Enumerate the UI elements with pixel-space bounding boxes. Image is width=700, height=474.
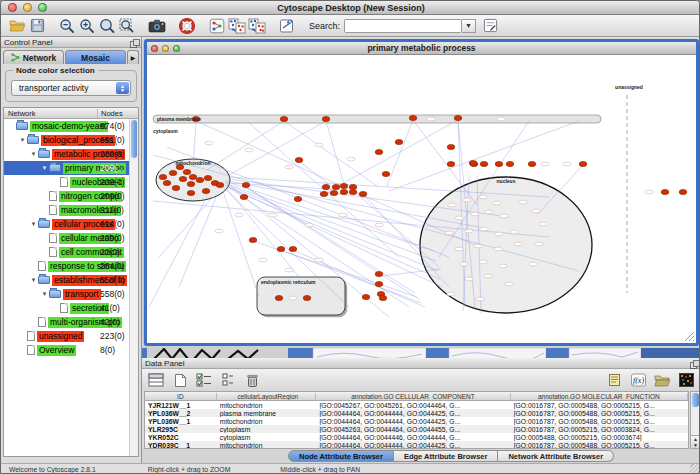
table-row[interactable]: YJR121W__1mitochondrion[GO:0045267, GO:0… [145,401,688,409]
network-node[interactable] [289,246,297,251]
tree-expander-icon[interactable]: ▼ [18,137,27,143]
open-file-button[interactable] [7,16,27,36]
tree-row-label[interactable]: mosaic-demo-yeast [30,121,108,132]
zoom-selected-button[interactable] [97,16,117,36]
save-button[interactable] [27,16,47,36]
help-button[interactable] [177,16,197,36]
table-cell[interactable]: YPL036W__1 [145,418,217,425]
network-canvas[interactable]: plasma membranecytoplasmmitochondrionnuc… [147,55,696,343]
tree-expander-icon[interactable]: ▼ [29,277,38,283]
table-row[interactable]: YLR295Ccytoplasm[GO:0045263, GO:0044464,… [145,425,688,433]
network-node[interactable] [294,196,302,201]
tree-col-nodes[interactable]: Nodes [98,109,138,118]
network-node[interactable] [280,116,288,121]
table-cell[interactable]: cytoplasm [217,426,317,433]
network-node[interactable] [332,184,340,189]
table-cell[interactable]: [GO:0016787, GO:0005488, GO:0005215, G..… [511,418,688,425]
table-column-header[interactable]: ID [145,393,217,400]
node-color-select[interactable]: transporter activity ▲▼ [11,80,131,96]
network-node[interactable] [216,182,224,187]
table-cell[interactable]: [GO:0044464, GO:0044444, GO:0044425, G..… [316,410,510,417]
notes-button[interactable] [604,370,624,390]
network-window-titlebar[interactable]: primary metabolic process [147,42,696,55]
import-attributes-button[interactable] [652,370,672,390]
attribute-browser-tab[interactable]: Network Attribute Browser [498,450,614,462]
network-node[interactable] [179,176,187,181]
network-node[interactable] [349,184,357,189]
tree-row[interactable]: nitrogen compo209(0) [4,189,129,203]
tree-row-label[interactable]: transport [63,289,101,300]
network-node[interactable] [447,161,455,166]
layout-b-button[interactable] [247,16,267,36]
network-node[interactable] [320,191,328,196]
network-node[interactable] [330,190,338,195]
network-node[interactable] [340,189,348,194]
attribute-checklist-button[interactable] [194,370,214,390]
network-node[interactable] [295,157,303,162]
tree-col-network[interactable]: Network [4,109,98,118]
network-node[interactable] [163,180,171,185]
tree-row[interactable]: ▼establishment of lo558(0) [4,273,129,287]
network-node[interactable] [183,169,191,174]
table-column-header[interactable]: annotation.GO MOLECULAR_FUNCTION [511,393,688,400]
tree-scrollbar-thumb[interactable] [131,120,137,158]
network-node[interactable] [359,191,367,196]
network-node[interactable] [495,161,503,166]
table-row[interactable]: YKR052Ccytoplasm[GO:0044464, GO:0044446,… [145,433,688,441]
zoom-out-button[interactable] [57,16,77,36]
network-node[interactable] [375,281,383,286]
network-node[interactable] [447,144,455,149]
tree-row[interactable]: ▼biological_process651(0) [4,133,129,147]
tree-row[interactable]: cell communicat22(0) [4,245,129,259]
tree-row[interactable]: response to stimulu264(0) [4,259,129,273]
network-node[interactable] [469,160,477,165]
network-node[interactable] [322,116,330,121]
network-node[interactable] [362,294,370,299]
network-node[interactable] [340,183,348,188]
table-cell[interactable]: mitochondrion [217,402,317,409]
zoom-in-button[interactable] [77,16,97,36]
search-options-button[interactable] [480,16,500,36]
network-node[interactable] [528,161,536,166]
network-node[interactable] [204,175,212,180]
network-node[interactable] [322,184,330,189]
table-cell[interactable]: YKR052C [145,434,217,441]
layout-a-button[interactable] [227,16,247,36]
network-node[interactable] [379,295,387,300]
table-cell[interactable]: [GO:0016787, GO:0005215, GO:0003824, G..… [511,426,688,433]
table-cell[interactable]: [GO:0016787, GO:0005488, GO:0005215, G..… [511,442,688,449]
table-cell[interactable]: YPL036W__2 [145,410,217,417]
table-cell[interactable]: [GO:0045263, GO:0044464, GO:0044455, G..… [316,426,510,433]
tree-row[interactable]: secretion41(0) [4,301,129,315]
table-scrollbar-arrows[interactable]: ▲▼ [691,435,700,448]
table-cell[interactable]: [GO:0044464, GO:0044444, GO:0044425, G..… [316,418,510,425]
table-cell[interactable]: mitochondrion [217,442,317,449]
tree-row[interactable]: multi-organism pro42(0) [4,315,129,329]
network-node[interactable] [187,181,195,186]
tree-expander-icon[interactable]: ▼ [40,291,49,297]
tab-network[interactable]: Network [3,50,64,64]
float-panel-icon[interactable] [130,39,138,46]
vizmapper-button[interactable] [277,16,297,36]
window-titlebar[interactable]: Cytoscape Desktop (New Session) [1,1,700,15]
network-graph[interactable]: plasma membranecytoplasmmitochondrionnuc… [147,55,696,343]
table-cell[interactable]: plasma membrane [217,410,317,417]
tree-row[interactable]: Overview8(0) [4,343,129,357]
table-cell[interactable]: YLR295C [145,426,217,433]
table-row[interactable]: YPL036W__1mitochondrion[GO:0044464, GO:0… [145,417,688,425]
tree-row[interactable]: macromolecule311(0) [4,203,129,217]
table-column-header[interactable]: annotation.GO CELLULAR_COMPONENT [316,393,510,400]
network-node[interactable] [395,139,403,144]
table-cell[interactable]: mitochondrion [217,418,317,425]
search-input[interactable] [344,19,462,33]
network-node[interactable] [242,182,250,187]
create-attribute-button[interactable] [170,370,190,390]
function-builder-button[interactable]: f(x) [628,370,648,390]
select-attributes-button[interactable] [146,370,166,390]
network-node[interactable] [240,194,248,199]
network-node[interactable] [679,189,687,194]
network-node[interactable] [303,295,311,300]
network-node[interactable] [249,237,257,242]
network-node[interactable] [277,246,285,251]
network-node[interactable] [189,174,197,179]
